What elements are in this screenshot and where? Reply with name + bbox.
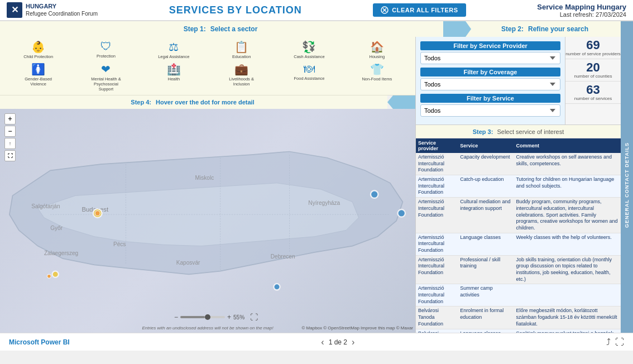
svg-point-25: [274, 284, 280, 290]
sector-item[interactable]: 💼Livelihoods & Inclusion: [222, 61, 262, 93]
table-cell-provider: Belvárosi Tanoda Foundation: [416, 306, 458, 329]
service-filter-group: Filter by Service Todos: [420, 94, 560, 117]
step4-area: Step 4: Hover over the dot for more deta…: [0, 95, 387, 109]
left-section: 👶Child Protection🛡Protection⚖Legal Assis…: [0, 37, 415, 333]
next-page-button[interactable]: ›: [352, 337, 354, 347]
sector-item[interactable]: 🏥Health: [154, 61, 194, 93]
table-cell-service: Enrolment in formal education: [458, 306, 514, 329]
map-zoom-control[interactable]: − + 55% ⛶: [174, 313, 410, 322]
sector-icon-Mental_Health_&_Psychosocial_Support: ❤: [101, 63, 111, 76]
right-section: Filter by Service Provider Todos Filter …: [415, 37, 633, 333]
stats-panel: 69number of service providers20number of…: [565, 37, 621, 124]
table-cell-service: Language classes: [458, 233, 514, 255]
provider-filter-select[interactable]: Todos: [420, 52, 560, 64]
sector-icons-panel: 👶Child Protection🛡Protection⚖Legal Assis…: [0, 37, 415, 95]
general-contact-label: GENERAL CONTACT DETAILS: [624, 142, 630, 228]
zoom-minus-icon[interactable]: −: [174, 313, 178, 321]
svg-point-22: [397, 209, 405, 217]
filters-panel: Filter by Service Provider Todos Filter …: [416, 37, 565, 124]
step2-area: Step 2: Refine your search: [471, 21, 621, 37]
zoom-plus-icon[interactable]: +: [227, 313, 231, 321]
sector-item[interactable]: 🏠Housing: [357, 39, 397, 60]
table-cell-provider: Belvárosi Tanoda Foundation: [416, 329, 458, 333]
table-row[interactable]: Artemisszió Intercultural FoundationProf…: [416, 255, 621, 284]
table-row[interactable]: Artemisszió Intercultural FoundationCult…: [416, 198, 621, 233]
coverage-filter-select[interactable]: Todos: [420, 78, 560, 90]
prev-page-button[interactable]: ‹: [321, 337, 324, 347]
zoom-handle[interactable]: [205, 314, 210, 320]
sector-item[interactable]: 🚺Gender-Based Violence: [18, 61, 59, 93]
table-cell-service: Cultural mediation and integration suppo…: [458, 198, 514, 233]
stat-item: 20number of counties: [565, 59, 621, 82]
reset-bearing-button[interactable]: ↑: [4, 138, 16, 149]
map-watermark: Entries with an undisclosed address will…: [142, 325, 273, 331]
table-row[interactable]: Belvárosi Tanoda FoundationEnrolment in …: [416, 306, 621, 329]
sector-icon-Gender-Based_Violence: 🚺: [31, 63, 45, 76]
general-contact-sidebar[interactable]: GENERAL CONTACT DETAILS: [621, 37, 633, 333]
stat-number: 69: [586, 39, 600, 51]
share-icon[interactable]: ⤴: [606, 337, 611, 347]
sector-label: Gender-Based Violence: [20, 76, 57, 87]
sector-icon-Housing: 🏠: [370, 40, 384, 54]
services-table: Service providerServiceComment Artemissz…: [416, 138, 621, 333]
sector-label: Education: [232, 54, 251, 59]
top-steps-row: Step 1: Select a sector Step 2: Refine y…: [0, 21, 633, 37]
zoom-out-button[interactable]: −: [4, 126, 16, 137]
table-cell-provider: Artemisszió Intercultural Foundation: [416, 198, 458, 233]
sector-item[interactable]: 📋Education: [222, 39, 262, 60]
sector-item[interactable]: ❤Mental Health & Psychosocial Support: [86, 61, 126, 93]
header: ✕ HUNGARY Refugee Coordination Forum SER…: [0, 0, 633, 21]
sector-item[interactable]: 👶Child Protection: [18, 39, 59, 60]
expand-icon[interactable]: ⛶: [250, 313, 258, 322]
table-cell-comment: Weekly classes with the help of voluntee…: [514, 233, 621, 255]
sector-label: Housing: [370, 54, 385, 59]
sector-label: Mental Health & Psychosocial Support: [87, 76, 125, 92]
table-row[interactable]: Artemisszió Intercultural FoundationSumm…: [416, 284, 621, 306]
table-column-header: Service: [458, 138, 514, 153]
step4-label: Step 4:: [131, 99, 151, 106]
zoom-slider[interactable]: [180, 316, 225, 318]
clear-all-filters-button[interactable]: CLEAR ALL FILTERS: [373, 3, 466, 17]
sector-icon-Livelihoods_&_Inclusion: 💼: [234, 63, 248, 76]
service-filter-select[interactable]: Todos: [420, 104, 560, 117]
table-cell-comment: Segítünk magyar nyelvet tanítani a hozzá…: [514, 329, 621, 333]
table-header-row: Service providerServiceComment: [416, 138, 621, 153]
table-row[interactable]: Belvárosi Tanoda FoundationLanguage clas…: [416, 329, 621, 333]
table-column-header: Comment: [514, 138, 621, 153]
table-row[interactable]: Artemisszió Intercultural FoundationCatc…: [416, 175, 621, 198]
right-inner: Filter by Service Provider Todos Filter …: [416, 37, 621, 333]
sector-label: Health: [167, 76, 180, 82]
svg-text:✕: ✕: [11, 5, 18, 15]
sector-item[interactable]: 🛡Protection: [86, 39, 126, 60]
sector-item[interactable]: 💱Cash Assistance: [289, 39, 329, 60]
coverage-filter-title: Filter by Coverage: [420, 68, 560, 76]
fullscreen-button[interactable]: ⛶: [4, 150, 16, 161]
footer-actions: ⤴ ⛶: [606, 337, 624, 347]
fullscreen-footer-icon[interactable]: ⛶: [615, 337, 624, 347]
svg-point-24: [47, 274, 51, 278]
page-title: SERVICES BY LOCATION: [169, 4, 302, 16]
table-cell-provider: Artemisszió Intercultural Foundation: [416, 175, 458, 198]
service-filter-title: Filter by Service: [420, 94, 560, 103]
svg-point-21: [371, 190, 378, 198]
table-row[interactable]: Artemisszió Intercultural FoundationLang…: [416, 233, 621, 255]
provider-filter-group: Filter by Service Provider Todos: [420, 41, 560, 64]
services-table-panel[interactable]: Service providerServiceComment Artemissz…: [416, 138, 621, 333]
sector-icon-Non-Food_Items: 👕: [370, 63, 384, 76]
zoom-in-button[interactable]: +: [4, 113, 16, 124]
coverage-filter-group: Filter by Coverage Todos: [420, 68, 560, 90]
sector-item[interactable]: 👕Non-Food Items: [357, 61, 397, 93]
table-column-header: Service provider: [416, 138, 458, 153]
table-row[interactable]: Artemisszió Intercultural FoundationCapa…: [416, 153, 621, 175]
sector-item[interactable]: ⚖Legal Assistance: [154, 39, 194, 60]
sector-item[interactable]: 🍽Food Assistance: [289, 61, 329, 93]
svg-marker-6: [387, 95, 415, 109]
table-cell-comment: Job skills training, orientation club (m…: [514, 255, 621, 284]
page-indicator: 1 de 2: [329, 338, 347, 346]
powerbi-link[interactable]: Microsoft Power BI: [9, 338, 70, 346]
svg-text:Győr: Győr: [50, 225, 63, 231]
zoom-fill: [180, 316, 205, 318]
org-name: HUNGARY: [26, 3, 98, 10]
map-area[interactable]: Budapest Miskolc Nyíregyháza Győr Zalaeg…: [0, 109, 415, 333]
table-cell-service: Professional / skill training: [458, 255, 514, 284]
